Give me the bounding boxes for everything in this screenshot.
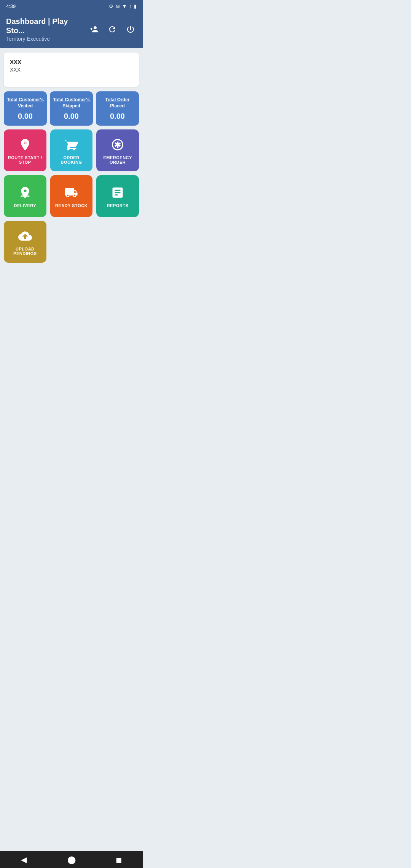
delivery-icon <box>18 186 32 199</box>
status-time: 4:39 <box>6 3 16 9</box>
battery-icon: ▮ <box>134 3 137 9</box>
info-card-line2: XXX <box>10 67 133 73</box>
upload-pendings-label: UPLOAD PENDINGS <box>7 247 43 256</box>
info-card: XXX XXX <box>4 53 139 87</box>
order-booking-label: ORDER BOOKING <box>53 155 90 164</box>
refresh-icon <box>108 25 117 34</box>
status-icons: ⚙ ✉ ▼ ↑ ▮ <box>109 3 137 9</box>
info-card-line1: XXX <box>10 59 133 65</box>
reports-label: REPORTS <box>107 203 129 208</box>
settings-status-icon: ⚙ <box>109 3 113 9</box>
power-icon <box>126 25 135 34</box>
app-header: Dashboard | Play Sto... Territory Execut… <box>0 12 143 48</box>
action-grid: ROUTE START / STOP ORDER BOOKING ✱ EMERG… <box>4 129 139 263</box>
delivery-label: DELIVERY <box>14 203 37 208</box>
add-user-icon <box>89 25 99 34</box>
route-start-stop-button[interactable]: ROUTE START / STOP <box>4 129 46 171</box>
reports-icon <box>111 186 124 199</box>
app-subtitle: Territory Executive <box>6 36 88 42</box>
recent-apps-button[interactable]: ◼ <box>95 855 143 864</box>
add-user-button[interactable] <box>88 23 100 35</box>
header-title-group: Dashboard | Play Sto... Territory Execut… <box>6 17 88 42</box>
back-icon: ◀ <box>21 855 27 864</box>
reports-button[interactable]: REPORTS <box>96 175 139 217</box>
order-booking-button[interactable]: ORDER BOOKING <box>50 129 93 171</box>
bottom-navigation: ◀ ⬤ ◼ <box>0 851 143 868</box>
stat-customers-visited-label: Total Customer's Visited <box>7 97 44 109</box>
emergency-order-button[interactable]: ✱ EMERGENCY ORDER <box>96 129 139 171</box>
route-icon <box>18 138 32 152</box>
home-button[interactable]: ⬤ <box>48 855 95 864</box>
app-title: Dashboard | Play Sto... <box>6 17 88 35</box>
power-button[interactable] <box>124 23 137 35</box>
header-actions <box>88 23 137 35</box>
recent-icon: ◼ <box>116 855 122 864</box>
ready-stock-label: READY STOCK <box>55 203 88 208</box>
stat-customers-visited-value: 0.00 <box>18 112 33 121</box>
emergency-order-label: EMERGENCY ORDER <box>99 155 136 164</box>
signal-icon: ↑ <box>129 3 132 9</box>
back-button[interactable]: ◀ <box>0 855 48 864</box>
delivery-button[interactable]: DELIVERY <box>4 175 46 217</box>
mail-status-icon: ✉ <box>116 3 120 9</box>
route-start-stop-label: ROUTE START / STOP <box>7 155 43 164</box>
ready-stock-button[interactable]: READY STOCK <box>50 175 93 217</box>
refresh-button[interactable] <box>106 23 118 35</box>
truck-icon <box>64 186 78 199</box>
wifi-icon: ▼ <box>122 3 127 9</box>
stat-order-placed-value: 0.00 <box>110 112 125 121</box>
status-bar: 4:39 ⚙ ✉ ▼ ↑ ▮ <box>0 0 143 12</box>
stat-order-placed[interactable]: Total Order Placed 0.00 <box>96 91 139 126</box>
svg-text:✱: ✱ <box>114 140 121 149</box>
cart-icon <box>64 138 78 152</box>
upload-icon <box>18 229 32 243</box>
stat-customers-skipped[interactable]: Total Customer's Skipped 0.00 <box>50 91 93 126</box>
stat-customers-skipped-value: 0.00 <box>64 112 79 121</box>
stat-customers-visited[interactable]: Total Customer's Visited 0.00 <box>4 91 47 126</box>
upload-pendings-button[interactable]: UPLOAD PENDINGS <box>4 221 46 263</box>
stat-order-placed-label: Total Order Placed <box>99 97 136 109</box>
stats-grid: Total Customer's Visited 0.00 Total Cust… <box>4 91 139 126</box>
stat-customers-skipped-label: Total Customer's Skipped <box>53 97 90 109</box>
emergency-icon: ✱ <box>111 138 124 152</box>
svg-rect-4 <box>21 196 30 197</box>
home-icon: ⬤ <box>67 855 76 864</box>
